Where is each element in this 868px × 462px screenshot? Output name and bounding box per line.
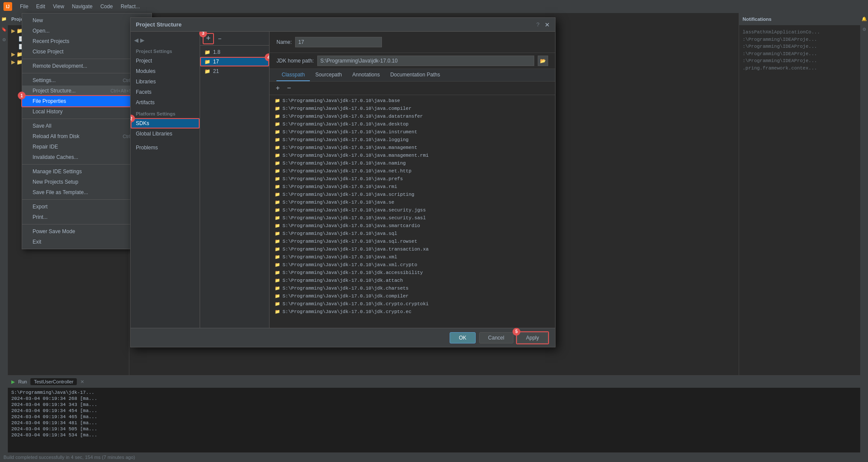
run-tab-close[interactable]: ✕: [80, 379, 84, 385]
remove-sdk-button[interactable]: −: [215, 34, 224, 43]
path-item[interactable]: 📁S:\Programming\Java\jdk-17.0.10\jdk.com…: [270, 292, 555, 300]
app-icon: IJ: [3, 2, 12, 11]
tab-sourcepath[interactable]: Sourcepath: [310, 69, 347, 81]
tab-annotations[interactable]: Annotations: [347, 69, 385, 81]
sdk-name-input[interactable]: [295, 37, 382, 47]
path-folder-icon: 📁: [275, 106, 280, 111]
nav-facets[interactable]: Facets: [131, 87, 200, 97]
path-folder-icon: 📁: [275, 114, 280, 119]
path-folder-icon: 📁: [275, 161, 280, 166]
path-item[interactable]: 📁S:\Programming\Java\jdk-17.0.10\jdk.cha…: [270, 284, 555, 292]
path-item[interactable]: 📁S:\Programming\Java\jdk-17.0.10\java.sm…: [270, 222, 555, 230]
path-item[interactable]: 📁S:\Programming\Java\jdk-17.0.10\java.xm…: [270, 261, 555, 269]
path-folder-icon: 📁: [275, 223, 280, 228]
apply-button[interactable]: Apply: [517, 332, 548, 343]
path-folder-icon: 📁: [275, 254, 280, 260]
structure-sidebar-icon[interactable]: ⚙: [0, 37, 7, 44]
sdk-path-input[interactable]: [317, 56, 534, 66]
nav-artifacts[interactable]: Artifacts: [131, 97, 200, 108]
path-item[interactable]: 📁S:\Programming\Java\jdk-17.0.10\java.sq…: [270, 230, 555, 238]
nav-problems[interactable]: Problems: [131, 142, 200, 153]
path-item[interactable]: 📁S:\Programming\Java\jdk-17.0.10\jdk.acc…: [270, 269, 555, 277]
sdk-name-row: Name:: [270, 32, 555, 53]
menu-item-view[interactable]: View: [49, 2, 68, 11]
path-item[interactable]: 📁S:\Programming\Java\jdk-17.0.10\java.ba…: [270, 97, 555, 105]
sdk-path-browse-button[interactable]: 📂: [538, 56, 548, 66]
dialog-close[interactable]: ✕: [545, 21, 550, 28]
path-item[interactable]: 📁S:\Programming\Java\jdk-17.0.10\java.sc…: [270, 191, 555, 198]
dialog-middle-toolbar: + 3 −: [200, 32, 269, 46]
menu-item-code[interactable]: Code: [97, 2, 116, 11]
path-folder-icon: 📁: [275, 98, 280, 103]
path-item[interactable]: 📁S:\Programming\Java\jdk-17.0.10\jdk.att…: [270, 277, 555, 284]
path-item[interactable]: 📁S:\Programming\Java\jdk-17.0.10\jdk.cry…: [270, 300, 555, 308]
path-item[interactable]: 📁S:\Programming\Java\jdk-17.0.10\java.de…: [270, 120, 555, 128]
path-item[interactable]: 📁S:\Programming\Java\jdk-17.0.10\java.sq…: [270, 238, 555, 245]
cancel-button[interactable]: Cancel: [479, 332, 513, 343]
notif-content: lassPathXmlApplicationCo... :\Programmin…: [739, 25, 860, 75]
tab-classpath[interactable]: Classpath: [276, 69, 310, 81]
run-line: 2024-03-04 09:19:34 454 [ma...: [11, 408, 857, 414]
path-folder-icon: 📁: [275, 309, 280, 314]
nav-libraries[interactable]: Libraries: [131, 76, 200, 87]
path-item[interactable]: 📁S:\Programming\Java\jdk-17.0.10\java.rm…: [270, 183, 555, 191]
sdk-list: 📁 1.8 📁 17 4 📁 21: [200, 46, 269, 328]
tab-documentation-paths[interactable]: Documentation Paths: [385, 69, 445, 81]
path-item[interactable]: 📁S:\Programming\Java\jdk-17.0.10\java.lo…: [270, 136, 555, 144]
sdk-folder-icon-18: 📁: [204, 50, 210, 55]
path-item[interactable]: 📁S:\Programming\Java\jdk-17.0.10\java.xm…: [270, 253, 555, 261]
add-sdk-button[interactable]: +: [204, 34, 213, 43]
settings-icon[interactable]: ⚙: [861, 27, 868, 34]
forward-arrow[interactable]: ▶: [140, 37, 145, 43]
nav-sdks-wrapper: SDKs 2: [131, 118, 200, 129]
path-folder-icon: 📁: [275, 278, 280, 283]
path-item[interactable]: 📁S:\Programming\Java\jdk-17.0.10\java.na…: [270, 159, 555, 167]
menu-item-navigate[interactable]: Navigate: [69, 2, 96, 11]
path-folder-icon: 📁: [275, 145, 280, 150]
path-item[interactable]: 📁S:\Programming\Java\jdk-17.0.10\java.ma…: [270, 144, 555, 152]
path-folder-icon: 📁: [275, 192, 280, 197]
run-tab[interactable]: TestUserController: [30, 378, 77, 385]
sdk-item-18[interactable]: 📁 1.8: [200, 47, 269, 57]
run-line: 2024-03-04 09:19:34 465 [ma...: [11, 414, 857, 420]
path-item[interactable]: 📁S:\Programming\Java\jdk-17.0.10\java.tr…: [270, 245, 555, 253]
add-path-button[interactable]: +: [273, 83, 283, 93]
path-item[interactable]: 📁S:\Programming\Java\jdk-17.0.10\java.da…: [270, 112, 555, 120]
menu-item-refactor[interactable]: Refact...: [117, 2, 144, 11]
menu-bar: IJ File Edit View Navigate Code Refact..…: [0, 0, 868, 13]
add-sdk-btn-wrapper: + 3: [204, 34, 213, 43]
nav-modules[interactable]: Modules: [131, 66, 200, 76]
project-sidebar-icon[interactable]: 📁: [0, 16, 7, 23]
sdk-item-17-wrapper: 📁 17 4: [200, 57, 269, 66]
back-arrow[interactable]: ◀: [134, 37, 138, 43]
nav-global-libraries[interactable]: Global Libraries: [131, 129, 200, 139]
ok-button[interactable]: OK: [450, 332, 475, 343]
remove-path-button[interactable]: −: [284, 83, 294, 93]
sdk-item-21[interactable]: 📁 21: [200, 66, 269, 76]
path-folder-icon: 📁: [275, 262, 280, 267]
dialog-nav-arrows: ◀ ▶: [131, 35, 200, 45]
path-item[interactable]: 📁S:\Programming\Java\jdk-17.0.10\java.ma…: [270, 152, 555, 159]
menu-item-file[interactable]: File: [16, 2, 32, 11]
path-item[interactable]: 📁S:\Programming\Java\jdk-17.0.10\java.co…: [270, 105, 555, 112]
menu-item-edit[interactable]: Edit: [33, 2, 49, 11]
path-item[interactable]: 📁S:\Programming\Java\jdk-17.0.10\java.ne…: [270, 167, 555, 175]
path-item[interactable]: 📁S:\Programming\Java\jdk-17.0.10\java.se…: [270, 206, 555, 214]
sdk-item-17[interactable]: 📁 17: [200, 57, 269, 66]
path-item[interactable]: 📁S:\Programming\Java\jdk-17.0.10\java.se: [270, 198, 555, 206]
path-item[interactable]: 📁S:\Programming\Java\jdk-17.0.10\jdk.cry…: [270, 308, 555, 316]
nav-project[interactable]: Project: [131, 56, 200, 66]
run-icon: ▶: [11, 379, 15, 385]
nav-sdks[interactable]: SDKs: [131, 118, 200, 129]
notifications-icon[interactable]: 🔔: [861, 16, 868, 23]
bookmarks-sidebar-icon[interactable]: 🔖: [0, 27, 7, 34]
run-content: S:\Programming\Java\jdk-17...2024-03-04 …: [8, 388, 860, 462]
run-panel: ▶ Run TestUserController ✕ S:\Programmin…: [8, 375, 860, 462]
path-item[interactable]: 📁S:\Programming\Java\jdk-17.0.10\java.in…: [270, 128, 555, 136]
sdk-folder-icon-17: 📁: [204, 59, 210, 65]
path-item[interactable]: 📁S:\Programming\Java\jdk-17.0.10\java.se…: [270, 214, 555, 222]
path-folder-icon: 📁: [275, 270, 280, 275]
platform-settings-label: Platform Settings: [131, 109, 200, 118]
path-item[interactable]: 📁S:\Programming\Java\jdk-17.0.10\java.pr…: [270, 175, 555, 183]
dialog-help[interactable]: ?: [536, 21, 539, 28]
